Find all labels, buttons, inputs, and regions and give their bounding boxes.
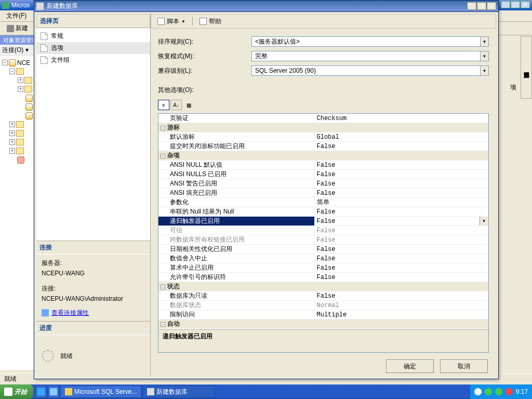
folder-icon (16, 139, 24, 145)
property-row[interactable]: 默认游标Global (158, 132, 488, 142)
clock[interactable]: 9:17 (516, 388, 528, 395)
system-tray[interactable]: 9:17 (470, 384, 532, 399)
property-pages-button[interactable]: ▦ (183, 100, 194, 110)
minimize-button[interactable]: _ (467, 2, 476, 10)
dialog-content-pane: 脚本▼ 帮助 排序规则(C): <服务器默认值>▼ 恢复模式(M): 完整▼ 兼… (151, 14, 496, 377)
view-connection-properties-link[interactable]: 查看连接属性 (42, 308, 145, 318)
property-row[interactable]: 数据库状态Normal (158, 301, 488, 310)
progress-panel: 进度 就绪 (36, 321, 150, 377)
dialog-title-bar: 新建数据库 _ □ ✕ (34, 1, 498, 12)
property-row[interactable]: ANSI NULL 默认值False (158, 161, 488, 170)
new-query-button[interactable]: 新建 (3, 22, 32, 34)
property-grid[interactable]: 页验证Checksum−游标默认游标Global提交时关闭游标功能已启用Fals… (158, 113, 489, 353)
page-icon (41, 44, 48, 52)
dialog-title: 新建数据库 (47, 2, 78, 10)
folder-icon (16, 148, 24, 154)
property-row[interactable]: 跨数据库所有权链接已启用False (158, 235, 488, 245)
help-icon (200, 18, 207, 25)
server-value: NCEPU-WANG (42, 268, 145, 278)
close-icon[interactable]: ✕ (521, 1, 530, 8)
property-row[interactable]: ANSI 填充已启用False (158, 189, 488, 198)
minimize-icon[interactable]: _ (501, 1, 510, 8)
ok-button[interactable]: 确定 (386, 360, 434, 373)
property-row[interactable]: 数据库为只读False (158, 291, 488, 301)
progress-header: 进度 (36, 322, 150, 335)
property-row[interactable]: 日期相关性优化已启用False (158, 245, 488, 254)
property-row[interactable]: 限制访问Multiple (158, 310, 488, 320)
ssms-title: Micros (11, 2, 30, 9)
property-row[interactable]: 可信False (158, 226, 488, 235)
database-icon (25, 112, 33, 119)
property-row[interactable]: 提交时关闭游标功能已启用False (158, 142, 488, 151)
folder-icon (16, 68, 24, 75)
chevron-down-icon: ▼ (480, 51, 488, 61)
property-row[interactable]: 算术中止已启用False (158, 263, 488, 273)
server-icon (9, 59, 16, 66)
security-shield-icon[interactable] (506, 388, 513, 395)
nav-page-list: 常规 选项 文件组 (36, 28, 150, 241)
folder-icon (24, 77, 32, 84)
help-button[interactable]: 帮助 (196, 16, 224, 27)
nav-item-filegroups[interactable]: 文件组 (36, 54, 150, 66)
taskbar-task-ssms[interactable]: Microsoft SQL Serve... (60, 385, 141, 398)
nav-item-options[interactable]: 选项 (36, 42, 150, 54)
nav-header: 选择页 (36, 14, 150, 28)
start-button[interactable]: 开始 (0, 384, 33, 399)
solution-explorer-tab[interactable]: 解决方案资源管理器 (521, 36, 532, 99)
connection-value: NCEPU-WANG\Administrator (42, 294, 145, 304)
properties-icon (42, 309, 49, 316)
ssms-icon (65, 388, 72, 395)
property-row[interactable]: 串联的 Null 结果为 NullFalse (158, 207, 488, 217)
nav-item-general[interactable]: 常规 (36, 30, 150, 42)
ie-icon (37, 388, 45, 395)
windows-taskbar: 开始 Microsoft SQL Serve... 新建数据库 9:17 (0, 384, 532, 399)
alphabetical-button[interactable]: A↓ (170, 100, 182, 110)
progress-spinner-icon (42, 350, 54, 362)
dialog-nav-panel: 选择页 常规 选项 文件组 连接 服务器: NCEPU-WANG 连接: NCE… (36, 14, 151, 377)
property-row[interactable]: ANSI 警告已启用False (158, 179, 488, 189)
menu-file[interactable]: 文件(F) (3, 10, 30, 21)
property-row[interactable]: 页验证Checksum (158, 114, 488, 123)
tray-icon[interactable] (485, 388, 492, 395)
recovery-select[interactable]: 完整▼ (251, 51, 489, 61)
right-detail-label: 项 (510, 83, 516, 92)
script-button[interactable]: 脚本▼ (154, 16, 189, 27)
ssms-icon (2, 2, 9, 9)
close-button[interactable]: ✕ (487, 2, 496, 10)
chevron-down-icon: ▼ (480, 37, 488, 46)
windows-flag-icon (4, 388, 12, 396)
compat-select[interactable]: SQL Server 2005 (90)▼ (251, 65, 489, 76)
other-options-label: 其他选项(O): (158, 86, 489, 95)
property-description: 递归触发器已启用 (158, 329, 488, 352)
new-database-dialog: 新建数据库 _ □ ✕ 选择页 常规 选项 文件组 连接 服务器: NCEPU-… (34, 0, 499, 379)
taskbar-ie-quicklaunch[interactable] (35, 385, 47, 398)
script-icon (157, 18, 165, 25)
property-category[interactable]: −游标 (158, 123, 488, 132)
taskbar-task-dialog[interactable]: 新建数据库 (142, 385, 215, 398)
connect-dropdown[interactable]: 连接(O) ▾ (2, 46, 29, 55)
progress-status: 就绪 (60, 351, 73, 361)
database-icon (25, 95, 33, 102)
property-row[interactable]: 数值舍入中止False (158, 254, 488, 263)
dialog-icon (36, 3, 44, 10)
property-row[interactable]: 允许带引号的标识符False (158, 273, 488, 282)
maximize-button[interactable]: □ (477, 2, 486, 10)
property-category[interactable]: −状态 (158, 282, 488, 291)
collation-select[interactable]: <服务器默认值>▼ (251, 36, 489, 47)
categorized-button[interactable]: ≡ (158, 100, 169, 110)
property-category[interactable]: −杂项 (158, 151, 488, 161)
new-query-icon (7, 25, 14, 32)
tray-icon[interactable] (495, 388, 502, 395)
chevron-down-icon[interactable]: ▼ (480, 217, 488, 225)
compat-label: 兼容级别(L): (158, 66, 246, 75)
tray-icon[interactable] (474, 388, 482, 395)
property-row[interactable]: 递归触发器已启用False▼ (158, 217, 488, 226)
maximize-icon[interactable]: ▢ (511, 1, 520, 8)
property-category[interactable]: −自动 (158, 320, 488, 329)
property-row[interactable]: ANSI NULLS 已启用False (158, 170, 488, 179)
cancel-button[interactable]: 取消 (440, 360, 488, 373)
taskbar-desktop-quicklaunch[interactable] (48, 385, 59, 398)
page-icon (41, 56, 48, 64)
property-row[interactable]: 参数化简单 (158, 198, 488, 207)
database-icon (25, 103, 33, 111)
